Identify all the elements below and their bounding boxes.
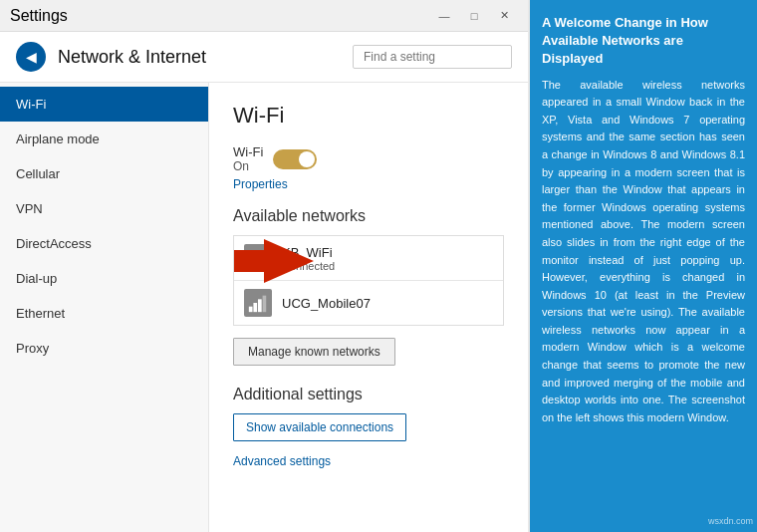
sidebar-item-wifi[interactable]: Wi-Fi: [0, 87, 208, 122]
maximize-button[interactable]: □: [460, 2, 488, 30]
network-info-ucg: UCG_Mobile07: [282, 296, 493, 311]
minimize-button[interactable]: —: [430, 2, 458, 30]
sidebar-label-wifi: Wi-Fi: [16, 97, 46, 112]
close-button[interactable]: ✕: [490, 2, 518, 30]
sidebar-item-proxy[interactable]: Proxy: [0, 331, 208, 366]
title-bar: Settings — □ ✕: [0, 0, 528, 32]
sidebar-item-airplane[interactable]: Airplane mode: [0, 122, 208, 156]
properties-link[interactable]: Properties: [233, 177, 504, 191]
wifi-status-label: Wi-Fi On: [233, 144, 263, 173]
show-connections-button[interactable]: Show available connections: [233, 413, 406, 441]
svg-rect-6: [258, 299, 262, 312]
right-panel: A Welcome Change in How Available Networ…: [530, 0, 757, 532]
wifi-state: On: [233, 159, 263, 173]
wifi-toggle[interactable]: [273, 149, 317, 169]
red-arrow-icon: [264, 239, 314, 283]
right-panel-title: A Welcome Change in How Available Networ…: [542, 14, 745, 69]
sidebar-item-cellular[interactable]: Cellular: [0, 156, 208, 191]
window-title: Settings: [10, 7, 68, 25]
network-name-ucg: UCG_Mobile07: [282, 296, 493, 311]
sidebar-item-vpn[interactable]: VPN: [0, 191, 208, 226]
sidebar: Wi-Fi Airplane mode Cellular VPN DirectA…: [0, 83, 209, 532]
sidebar-label-directaccess: DirectAccess: [16, 236, 92, 251]
section-title: Wi-Fi: [233, 103, 504, 129]
sidebar-item-directaccess[interactable]: DirectAccess: [0, 226, 208, 261]
body: Wi-Fi Airplane mode Cellular VPN DirectA…: [0, 83, 528, 532]
sidebar-label-proxy: Proxy: [16, 341, 49, 356]
additional-settings-title: Additional settings: [233, 386, 504, 403]
title-bar-left: Settings: [10, 7, 68, 25]
sidebar-label-airplane: Airplane mode: [16, 132, 100, 146]
back-icon: ◀: [26, 49, 37, 65]
wifi-bars-svg-2: [247, 292, 269, 314]
sidebar-item-ethernet[interactable]: Ethernet: [0, 296, 208, 331]
svg-rect-7: [263, 296, 267, 313]
watermark: wsxdn.com: [708, 516, 753, 526]
sidebar-label-vpn: VPN: [16, 201, 43, 216]
main-content: Wi-Fi Wi-Fi On Properties Available netw…: [209, 83, 528, 532]
arrow-overlay: [264, 239, 314, 283]
sidebar-label-ethernet: Ethernet: [16, 306, 65, 321]
right-panel-body: The available wireless networks appeared…: [542, 77, 745, 427]
wifi-signal-icon-ucg: [244, 289, 272, 317]
sidebar-item-dialup[interactable]: Dial-up: [0, 261, 208, 296]
back-button[interactable]: ◀: [16, 42, 46, 72]
sidebar-label-cellular: Cellular: [16, 166, 60, 181]
available-networks-title: Available networks: [233, 207, 504, 225]
search-input[interactable]: [353, 45, 512, 69]
advanced-settings-link[interactable]: Advanced settings: [233, 454, 331, 468]
page-title: Network & Internet: [58, 47, 341, 68]
network-item-ucg[interactable]: UCG_Mobile07: [234, 281, 503, 325]
title-bar-controls: — □ ✕: [430, 2, 518, 30]
sidebar-label-dialup: Dial-up: [16, 271, 57, 286]
wifi-label: Wi-Fi: [233, 144, 263, 159]
manage-networks-button[interactable]: Manage known networks: [233, 338, 395, 366]
header-bar: ◀ Network & Internet: [0, 32, 528, 83]
svg-rect-5: [253, 303, 257, 312]
wifi-toggle-row: Wi-Fi On: [233, 144, 504, 173]
svg-rect-4: [249, 307, 253, 313]
